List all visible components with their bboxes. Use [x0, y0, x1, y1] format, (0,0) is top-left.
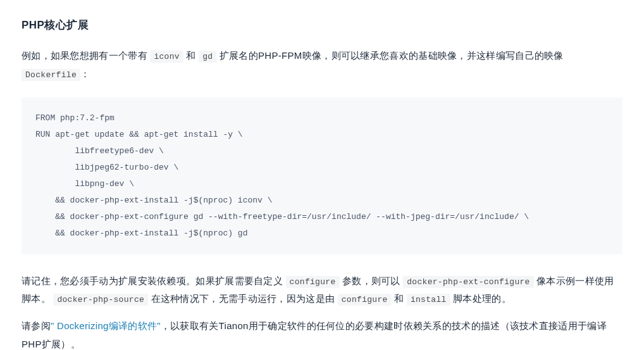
text-run: 脚本处理的。 — [450, 293, 511, 304]
inline-code-gd: gd — [199, 51, 216, 63]
text-run: 请参阅 — [22, 320, 51, 331]
text-run: 参数，则可以 — [340, 275, 404, 286]
dockerfile-code: FROM php:7.2-fpm RUN apt-get update && a… — [35, 110, 609, 242]
section-heading: PHP核心扩展 — [22, 15, 622, 35]
text-run: ： — [80, 68, 90, 79]
text-run: 扩展名的PHP-FPM映像，则可以继承您喜欢的基础映像，并这样编写自己的映像 — [216, 50, 563, 61]
inline-code-ext-configure: docker-php-ext-configure — [403, 276, 533, 288]
inline-code-configure: configure — [286, 276, 340, 288]
inline-code-php-source: docker-php-source — [53, 294, 148, 306]
dockerfile-code-block: FROM php:7.2-fpm RUN apt-get update && a… — [22, 97, 622, 254]
text-run: 例如，如果您想拥有一个带有 — [22, 50, 150, 61]
inline-code-iconv: iconv — [150, 51, 183, 63]
inline-code-install: install — [407, 294, 450, 306]
paragraph-intro: 例如，如果您想拥有一个带有 iconv 和 gd 扩展名的PHP-FPM映像，则… — [22, 47, 622, 83]
dockerizing-link[interactable]: " Dockerizing编译的软件" — [51, 320, 161, 331]
text-run: 和 — [183, 50, 199, 61]
inline-code-configure2: configure — [338, 294, 392, 306]
text-run: 在这种情况下，无需手动运行，因为这是由 — [148, 293, 338, 304]
paragraph-seealso: 请参阅" Dockerizing编译的软件"，以获取有关Tianon用于确定软件… — [22, 317, 622, 350]
text-run: 请记住，您必须手动为扩展安装依赖项。如果扩展需要自定义 — [22, 275, 286, 286]
paragraph-notes: 请记住，您必须手动为扩展安装依赖项。如果扩展需要自定义 configure 参数… — [22, 272, 622, 308]
text-run: 和 — [392, 293, 407, 304]
inline-code-dockerfile: Dockerfile — [22, 69, 80, 81]
